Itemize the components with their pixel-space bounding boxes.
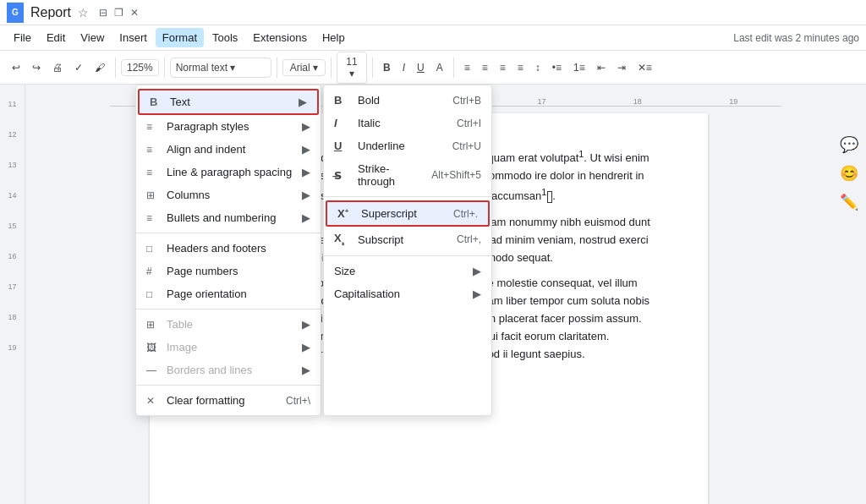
clear-format-icon: ✕ — [146, 395, 160, 407]
menu-file[interactable]: File — [7, 28, 38, 47]
text-bold-icon: B — [150, 96, 163, 108]
underline-button[interactable]: U — [412, 58, 430, 77]
page-orientation-icon: □ — [146, 288, 160, 300]
align-indent-label: Align and indent — [167, 143, 295, 156]
page-orientation-item[interactable]: □ Page orientation — [136, 282, 321, 305]
bullets-label: Bullets and numbering — [167, 211, 295, 224]
menu-edit[interactable]: Edit — [40, 28, 72, 47]
table-item: ⊞ Table ▶ — [136, 313, 321, 336]
toolbar-divider-2 — [164, 58, 165, 78]
line-spacing-button[interactable]: ↕ — [530, 58, 545, 77]
paragraph-styles-icon: ≡ — [146, 121, 160, 133]
capitalisation-arrow-icon: ▶ — [473, 288, 481, 300]
italic-icon: I — [334, 117, 351, 129]
headers-icon: □ — [146, 243, 160, 255]
ruler-marks: 11 12 13 14 15 16 17 18 19 — [8, 100, 16, 352]
italic-button[interactable]: I — [397, 58, 410, 77]
doc-title: Report — [30, 5, 71, 20]
edit-icon[interactable]: ✏️ — [840, 193, 858, 211]
align-left-button[interactable]: ≡ — [459, 58, 475, 77]
line-spacing-icon: ≡ — [146, 167, 160, 178]
page-numbers-label: Page numbers — [167, 265, 310, 277]
text-item-label: Text — [170, 96, 292, 108]
headers-label: Headers and footers — [167, 242, 310, 255]
strikethrough-shortcut: Alt+Shift+5 — [431, 169, 481, 181]
menu-format[interactable]: Format — [156, 28, 204, 47]
strikethrough-label: Strike-through — [358, 162, 425, 188]
align-center-button[interactable]: ≡ — [477, 58, 493, 77]
star-icon[interactable]: ☆ — [78, 6, 89, 19]
menu-tools[interactable]: Tools — [206, 28, 244, 47]
italic-item[interactable]: I Italic Ctrl+I — [324, 112, 491, 134]
title-bar: G Report ☆ ⊟ ❐ ✕ — [0, 0, 866, 25]
bold-item[interactable]: B Bold Ctrl+B — [324, 89, 491, 112]
spellcheck-button[interactable]: ✓ — [69, 58, 88, 77]
zoom-level[interactable]: 125% — [121, 59, 159, 76]
font-family[interactable]: Arial ▾ — [282, 59, 326, 76]
subscript-shortcut: Ctrl+, — [457, 233, 481, 245]
menu-extensions[interactable]: Extensions — [246, 28, 314, 47]
columns-label: Columns — [167, 189, 295, 201]
table-arrow-icon: ▶ — [302, 318, 310, 331]
app-icon: G — [7, 3, 24, 23]
right-panel: 💬 😊 ✏️ — [832, 85, 866, 504]
format-text-item[interactable]: B Text ▶ — [138, 89, 319, 115]
size-label: Size — [334, 265, 466, 277]
page-numbers-item[interactable]: # Page numbers — [136, 260, 321, 282]
menu-view[interactable]: View — [74, 28, 111, 47]
outdent-button[interactable]: ⇤ — [592, 58, 611, 77]
text-submenu-divider-2 — [324, 255, 491, 256]
text-color-button[interactable]: A — [431, 58, 448, 77]
last-edit-label: Last edit was 2 minutes ago — [733, 32, 859, 44]
clear-format-btn[interactable]: ✕≡ — [633, 58, 657, 77]
close-icon[interactable]: ✕ — [130, 7, 139, 19]
bold-shortcut: Ctrl+B — [452, 95, 481, 107]
superscript-shortcut: Ctrl+. — [453, 208, 478, 220]
print-button[interactable]: 🖨 — [47, 58, 68, 77]
subscript-label: Subscript — [358, 233, 450, 246]
style-dropdown[interactable]: Normal text ▾ — [170, 58, 271, 78]
maximize-icon[interactable]: ❐ — [114, 7, 123, 19]
bullets-numbering-item[interactable]: ≡ Bullets and numbering ▶ — [136, 206, 321, 229]
undo-button[interactable]: ↩ — [7, 58, 25, 77]
comments-icon[interactable]: 💬 — [840, 135, 858, 154]
indent-button[interactable]: ⇥ — [612, 58, 631, 77]
clear-formatting-item[interactable]: ✕ Clear formatting Ctrl+\ — [136, 389, 321, 412]
paragraph-styles-item[interactable]: ≡ Paragraph styles ▶ — [136, 115, 321, 138]
size-item[interactable]: Size ▶ — [324, 260, 491, 282]
line-spacing-item[interactable]: ≡ Line & paragraph spacing ▶ — [136, 161, 321, 184]
ruler-left: 11 12 13 14 15 16 17 18 19 — [0, 85, 25, 504]
strikethrough-item[interactable]: S̶ Strike-through Alt+Shift+5 — [324, 157, 491, 193]
emoji-icon[interactable]: 😊 — [840, 164, 858, 183]
bold-icon: B — [334, 94, 351, 107]
headers-footers-item[interactable]: □ Headers and footers — [136, 237, 321, 260]
bullet-list-button[interactable]: •≡ — [547, 58, 567, 77]
align-arrow-icon: ▶ — [302, 143, 310, 156]
columns-item[interactable]: ⊞ Columns ▶ — [136, 184, 321, 206]
underline-icon: U — [334, 140, 351, 152]
toolbar-divider-1 — [115, 58, 116, 78]
text-submenu-dropdown: B Bold Ctrl+B I Italic Ctrl+I U Underlin… — [323, 85, 492, 416]
font-size[interactable]: 11 ▾ — [337, 52, 367, 84]
minimize-icon[interactable]: ⊟ — [99, 7, 107, 19]
paragraph-arrow-icon: ▶ — [302, 120, 310, 133]
menu-insert[interactable]: Insert — [112, 28, 154, 47]
align-right-button[interactable]: ≡ — [495, 58, 511, 77]
underline-label: Underline — [358, 140, 446, 152]
justify-button[interactable]: ≡ — [512, 58, 529, 77]
paint-button[interactable]: 🖌 — [90, 58, 110, 77]
subscript-item[interactable]: X₂ Subscript Ctrl+, — [324, 227, 491, 252]
align-indent-item[interactable]: ≡ Align and indent ▶ — [136, 138, 321, 161]
bullets-arrow-icon: ▶ — [302, 211, 310, 224]
menu-help[interactable]: Help — [315, 28, 352, 47]
format-divider-3 — [136, 385, 321, 386]
image-icon: 🖼 — [146, 342, 160, 353]
clear-format-label: Clear formatting — [167, 394, 279, 407]
capitalisation-item[interactable]: Capitalisation ▶ — [324, 282, 491, 305]
superscript-item[interactable]: X+ Superscript Ctrl+. — [326, 200, 490, 227]
redo-button[interactable]: ↪ — [27, 58, 46, 77]
numbered-list-button[interactable]: 1≡ — [568, 58, 590, 77]
line-spacing-label: Line & paragraph spacing — [167, 166, 295, 178]
bold-button[interactable]: B — [378, 58, 396, 77]
underline-item[interactable]: U Underline Ctrl+U — [324, 134, 491, 157]
